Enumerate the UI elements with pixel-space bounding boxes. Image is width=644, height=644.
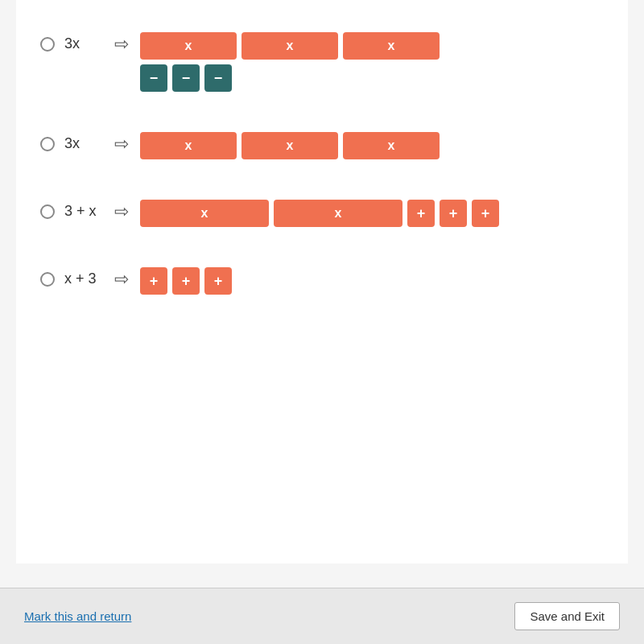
block-plus-5: + — [172, 267, 200, 295]
block-x-wide-1: x — [140, 200, 269, 227]
block-plus-4: + — [140, 267, 167, 295]
option-row-2: 3x ⇨ x x x — [40, 124, 604, 167]
blocks-row-4-top: + + + — [140, 267, 232, 295]
main-content: 3x ⇨ x x x − − − 3x ⇨ x x x — [16, 0, 628, 564]
mark-return-link[interactable]: Mark this and return — [24, 609, 131, 623]
block-minus-2: − — [172, 64, 200, 92]
option-row-4: x + 3 ⇨ + + + — [40, 259, 604, 303]
arrow-icon-3: ⇨ — [114, 203, 129, 221]
block-plus-6: + — [204, 267, 232, 295]
block-x-5: x — [242, 132, 338, 159]
arrow-icon-1: ⇨ — [114, 35, 129, 53]
arrow-icon-4: ⇨ — [114, 270, 129, 288]
block-plus-2: + — [440, 200, 467, 227]
blocks-container-3: x x + + + — [140, 200, 499, 227]
block-x-6: x — [343, 132, 440, 159]
option-row-1: 3x ⇨ x x x − − − — [40, 24, 604, 100]
blocks-row-3-top: x x + + + — [140, 200, 499, 227]
radio-option-1[interactable] — [40, 37, 55, 52]
option-4-label: x + 3 — [64, 270, 105, 287]
radio-option-4[interactable] — [40, 272, 55, 287]
option-3-label: 3 + x — [64, 203, 105, 220]
option-row-3: 3 + x ⇨ x x + + + — [40, 192, 604, 235]
block-x-4: x — [140, 132, 237, 159]
blocks-row-1-top: x x x — [140, 32, 440, 60]
block-plus-1: + — [407, 200, 435, 227]
blocks-row-2-top: x x x — [140, 132, 440, 159]
blocks-container-4: + + + — [140, 267, 232, 295]
option-1-label: 3x — [64, 35, 105, 52]
block-minus-1: − — [140, 64, 167, 92]
radio-option-3[interactable] — [40, 204, 55, 219]
blocks-container-2: x x x — [140, 132, 440, 159]
block-plus-3: + — [472, 200, 499, 227]
block-minus-3: − — [204, 64, 232, 92]
arrow-icon-2: ⇨ — [114, 135, 129, 153]
block-x-wide-2: x — [274, 200, 402, 227]
footer-bar: Mark this and return Save and Exit — [0, 588, 644, 644]
option-2-label: 3x — [64, 135, 105, 152]
save-exit-button[interactable]: Save and Exit — [514, 602, 620, 630]
blocks-row-1-bottom: − − − — [140, 64, 440, 92]
block-x-3: x — [343, 32, 440, 60]
block-x-2: x — [242, 32, 338, 60]
radio-option-2[interactable] — [40, 137, 55, 151]
blocks-container-1: x x x − − − — [140, 32, 440, 92]
block-x-1: x — [140, 32, 237, 60]
